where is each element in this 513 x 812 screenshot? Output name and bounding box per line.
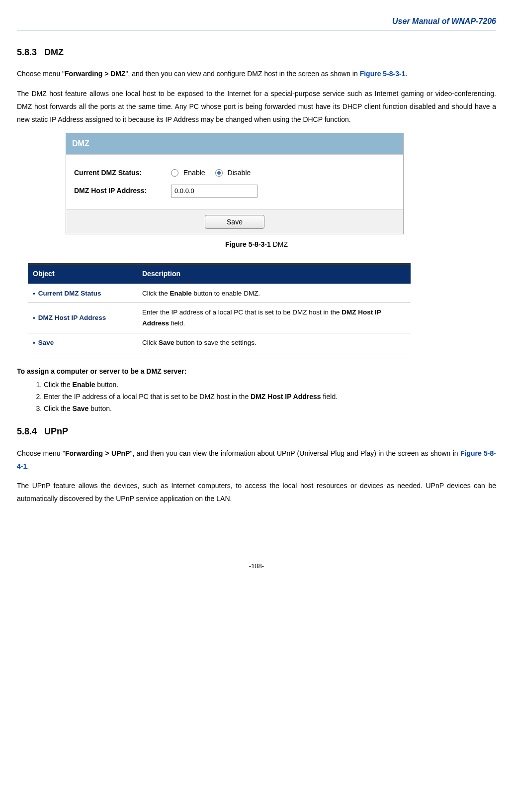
object-description: Click the Enable button to enable DMZ. xyxy=(137,284,411,303)
bullet-icon: • xyxy=(33,314,35,321)
text: . xyxy=(405,70,407,78)
object-name: DMZ Host IP Address xyxy=(38,314,106,321)
th-object: Object xyxy=(28,264,137,284)
page-number: -108- xyxy=(17,560,496,572)
figure-label: Figure 5-8-3-1 xyxy=(225,240,271,248)
radio-disable-label: Disable xyxy=(228,167,251,180)
text: ", and then you can view and configure D… xyxy=(126,70,360,78)
row-current-status: Current DMZ Status: Enable Disable xyxy=(74,167,395,180)
dmz-host-ip-input[interactable] xyxy=(171,185,257,198)
radio-enable-label: Enable xyxy=(183,167,205,180)
bullet-icon: • xyxy=(33,290,35,297)
section-heading-upnp: 5.8.4 UPnP xyxy=(17,423,496,440)
table-row: •DMZ Host IP Address Enter the IP addres… xyxy=(28,303,411,333)
menu-path-bold: Forwarding > UPnP xyxy=(65,449,130,457)
text: Choose menu " xyxy=(17,70,65,78)
section-intro-dmz: Choose menu "Forwarding > DMZ", and then… xyxy=(17,68,496,81)
section-title: DMZ xyxy=(44,47,64,57)
section-number: 5.8.3 xyxy=(17,47,37,57)
section-heading-dmz: 5.8.3 DMZ xyxy=(17,44,496,61)
steps-title: To assign a computer or server to be a D… xyxy=(17,365,496,378)
table-row: •Current DMZ Status Click the Enable but… xyxy=(28,284,411,303)
text: . xyxy=(27,462,29,470)
object-name: Save xyxy=(38,339,54,346)
figure-text: DMZ xyxy=(271,240,288,248)
ip-label: DMZ Host IP Address: xyxy=(74,185,171,198)
table-row: •Save Click Save button to save the sett… xyxy=(28,333,411,353)
bullet-icon: • xyxy=(33,339,35,346)
panel-title: DMZ xyxy=(66,133,403,155)
section-intro-upnp: Choose menu "Forwarding > UPnP", and the… xyxy=(17,447,496,473)
list-item: Click the Save button. xyxy=(44,403,496,415)
radio-enable[interactable] xyxy=(171,169,178,177)
steps-list: Click the Enable button. Enter the IP ad… xyxy=(44,379,496,414)
list-item: Click the Enable button. xyxy=(44,379,496,391)
section-body-upnp: The UPnP feature allows the devices, suc… xyxy=(17,480,496,506)
figure-caption: Figure 5-8-3-1 DMZ xyxy=(17,238,496,251)
save-button[interactable]: Save xyxy=(205,215,264,229)
object-description: Click Save button to save the settings. xyxy=(137,333,411,353)
th-description: Description xyxy=(137,264,411,284)
list-item: Enter the IP address of a local PC that … xyxy=(44,391,496,403)
radio-disable[interactable] xyxy=(215,169,223,177)
menu-path-bold: Forwarding > DMZ xyxy=(65,70,126,78)
object-description: Enter the IP address of a local PC that … xyxy=(137,303,411,333)
text: Choose menu " xyxy=(17,449,65,457)
dmz-settings-panel: DMZ Current DMZ Status: Enable Disable D… xyxy=(66,133,404,234)
section-body-dmz: The DMZ host feature allows one local ho… xyxy=(17,88,496,126)
text: ", and then you can view the information… xyxy=(130,449,460,457)
object-description-table: Object Description •Current DMZ Status C… xyxy=(28,263,411,353)
section-number: 5.8.4 xyxy=(17,426,37,436)
status-label: Current DMZ Status: xyxy=(74,167,171,180)
document-header-title: User Manual of WNAP-7206 xyxy=(17,14,496,30)
object-name: Current DMZ Status xyxy=(38,290,101,297)
section-title: UPnP xyxy=(44,426,68,436)
row-ip-address: DMZ Host IP Address: xyxy=(74,185,395,198)
figure-link[interactable]: Figure 5-8-3-1 xyxy=(360,70,406,78)
